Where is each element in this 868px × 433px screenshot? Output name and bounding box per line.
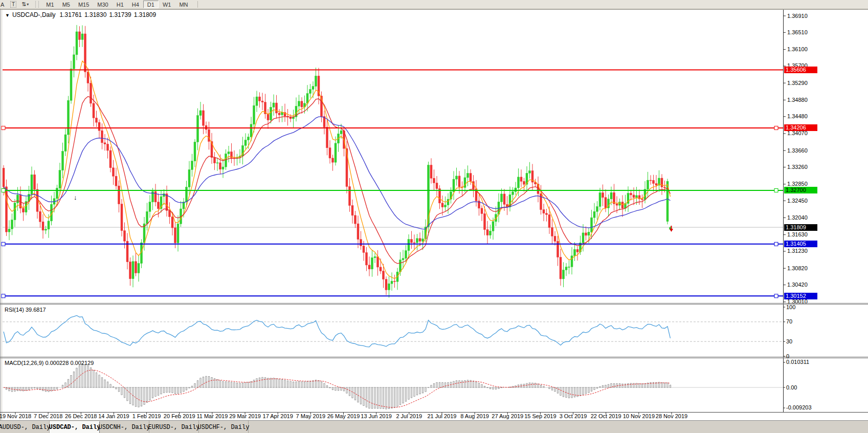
symbol-period-label: USDCAD-,Daily	[12, 11, 56, 18]
symbol-dropdown-caret-icon[interactable]: ▼	[5, 13, 10, 18]
date-label: 14 Jan 2019	[98, 413, 129, 419]
price-tick-label: 1.33660	[787, 147, 808, 154]
rsi-label: RSI(14) 39.6817	[5, 307, 46, 313]
line-handle	[774, 294, 778, 298]
price-tick-label: 1.30420	[787, 282, 808, 288]
line-handle	[774, 188, 778, 192]
candlesticks	[3, 25, 672, 298]
quote-low: 1.31739	[109, 11, 131, 18]
hline-1.31405[interactable]	[2, 242, 783, 246]
price-tick-label: 1.36910	[787, 13, 808, 19]
date-label: 10 Nov 2019	[623, 413, 655, 419]
date-label: 7 May 2019	[296, 413, 325, 419]
date-label: 28 Nov 2019	[656, 413, 687, 419]
hline-1.34206[interactable]	[2, 126, 783, 129]
chart-canvas[interactable]: ↓	[0, 0, 868, 433]
price-tag-level[interactable]: 1.31405	[784, 241, 817, 247]
date-label: 8 Aug 2019	[460, 413, 489, 419]
rsi-scale-label: 70	[786, 318, 792, 325]
price-tag-level[interactable]: 1.34206	[784, 124, 817, 131]
mouse-cursor-arrow: ↓	[74, 193, 77, 201]
date-label: 11 Mar 2019	[196, 413, 228, 419]
rsi-scale-label: 30	[786, 338, 792, 345]
price-tick-label: 1.32450	[787, 198, 808, 204]
macd-signal-line	[4, 370, 671, 407]
price-tick-label: 1.31230	[787, 248, 808, 254]
date-label: 2 Jul 2019	[396, 413, 422, 419]
price-tick-label: 1.36100	[787, 46, 808, 53]
price-tick-label: 1.30820	[787, 265, 808, 272]
price-tick-label: 1.33260	[787, 164, 808, 170]
quote-open: 1.31761	[60, 11, 82, 18]
date-label: 22 Oct 2019	[591, 413, 621, 419]
price-tick-label: 1.32040	[787, 214, 808, 221]
date-label: 29 Mar 2019	[229, 413, 261, 419]
date-label: 17 Apr 2019	[263, 413, 293, 419]
macd-histogram	[6, 364, 671, 409]
line-handle	[2, 188, 5, 192]
quote-close: 1.31809	[134, 11, 156, 18]
line-handle	[774, 242, 778, 246]
macd-label: MACD(12,26,9) 0.000228 0.002129	[5, 360, 94, 366]
date-label: 13 Jun 2019	[361, 413, 392, 419]
quote-high: 1.31830	[84, 11, 106, 18]
price-tag-level[interactable]: 1.32700	[784, 187, 817, 193]
macd-scale-label: -0.009203	[786, 404, 812, 411]
date-label: 1 Feb 2019	[132, 413, 161, 419]
date-label: 3 Oct 2019	[560, 413, 587, 419]
date-label: 21 Jul 2019	[427, 413, 456, 419]
date-label: 15 Sep 2019	[524, 413, 556, 419]
line-handle	[2, 294, 5, 298]
date-label: 26 May 2019	[327, 413, 360, 419]
price-tag-level[interactable]: 1.30152	[784, 293, 817, 299]
price-tick-label: 1.36510	[787, 29, 808, 36]
macd-scale-label: 0.010311	[786, 359, 809, 365]
price-tick-label: 1.34880	[787, 97, 808, 103]
price-tag-level[interactable]: 1.35606	[784, 67, 817, 73]
line-handle	[2, 126, 5, 129]
price-tick-label: 1.32850	[787, 181, 808, 187]
macd-scale-label: 0.00	[786, 384, 797, 391]
price-tick-label: 1.35290	[787, 80, 808, 86]
line-handle	[774, 126, 778, 129]
ma-line-6	[4, 61, 671, 278]
rsi-scale-label: 100	[786, 304, 795, 311]
price-tick-label: 1.34480	[787, 113, 808, 120]
price-tick-label: 1.31630	[787, 231, 808, 238]
hline-1.30152[interactable]	[2, 294, 783, 298]
line-handle	[2, 242, 5, 246]
date-label: 27 Aug 2019	[492, 413, 523, 419]
chart-title: ▼USDCAD-,Daily1.317611.318301.317391.318…	[5, 11, 159, 18]
ma-line-34	[4, 117, 671, 229]
date-label: 7 Dec 2018	[34, 413, 62, 419]
current-price-tag: 1.31809	[784, 224, 817, 231]
date-label: 19 Nov 2018	[0, 413, 31, 419]
date-label: 20 Feb 2019	[164, 413, 195, 419]
date-label: 26 Dec 2018	[65, 413, 97, 419]
rsi-line	[4, 315, 671, 347]
